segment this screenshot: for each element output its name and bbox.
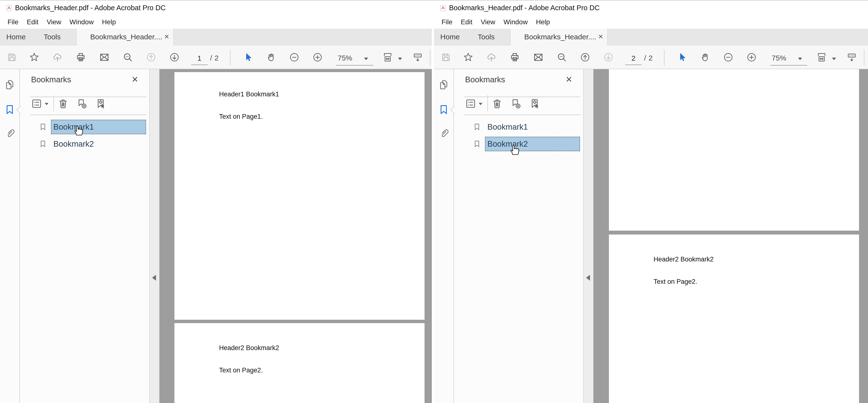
tab-tools[interactable]: Tools <box>44 33 61 41</box>
menu-window[interactable]: Window <box>65 18 98 26</box>
bookmark-row-1[interactable]: Bookmark1 <box>20 120 149 134</box>
document-area[interactable]: Header2 Bookmark2 Text on Page2. <box>593 69 868 403</box>
trash-icon[interactable] <box>58 98 69 109</box>
print-icon[interactable] <box>75 52 86 63</box>
page-thumbnails-icon[interactable] <box>438 79 450 91</box>
zoom-level[interactable]: 75% <box>338 54 352 62</box>
bookmarks-icon[interactable] <box>438 104 450 116</box>
fit-width-caret-icon[interactable] <box>831 57 837 61</box>
tab-document[interactable]: Bookmarks_Header.... ✕ <box>510 29 608 46</box>
new-bookmark-icon[interactable] <box>510 98 522 109</box>
tab-tools[interactable]: Tools <box>478 33 495 41</box>
fit-width-caret-icon[interactable] <box>397 57 403 61</box>
menu-edit[interactable]: Edit <box>23 18 42 26</box>
select-tool-icon[interactable] <box>677 52 688 63</box>
fit-width-icon[interactable] <box>816 52 827 63</box>
acrobat-pdf-file-icon <box>5 3 12 12</box>
pdf-page-1 <box>609 69 859 231</box>
toolbar-display-icon[interactable] <box>846 52 857 63</box>
zoom-out-icon[interactable] <box>723 52 734 63</box>
bookmark-destination-icon[interactable] <box>95 98 106 109</box>
star-icon[interactable] <box>463 52 473 63</box>
menu-edit[interactable]: Edit <box>457 18 476 26</box>
bookmark-label[interactable]: Bookmark2 <box>53 137 94 151</box>
zoom-in-icon[interactable] <box>746 52 757 63</box>
tab-home[interactable]: Home <box>440 33 460 41</box>
star-icon[interactable] <box>29 52 39 63</box>
hand-tool-icon[interactable] <box>266 52 277 63</box>
search-icon[interactable] <box>557 52 567 63</box>
title-bar[interactable]: Bookmarks_Header.pdf - Adobe Acrobat Pro… <box>0 0 432 16</box>
zoom-underline <box>770 65 807 65</box>
bookmark-row-2[interactable]: Bookmark2 <box>20 137 149 151</box>
pdf-page-1: Header1 Bookmark1 Text on Page1. <box>175 72 425 320</box>
zoom-underline <box>336 65 373 65</box>
page-thumbnails-icon[interactable] <box>4 79 16 91</box>
tab-document[interactable]: Bookmarks_Header.... ✕ <box>76 29 174 46</box>
trash-icon[interactable] <box>492 98 503 109</box>
cloud-upload-icon[interactable] <box>486 52 497 63</box>
panel-close-icon[interactable]: ✕ <box>131 75 138 84</box>
tab-home[interactable]: Home <box>6 33 26 41</box>
zoom-caret-icon[interactable] <box>363 57 369 61</box>
tab-bar: Home Tools Bookmarks_Header.... ✕ <box>434 29 868 46</box>
tab-document-label: Bookmarks_Header.... <box>524 33 596 41</box>
menu-view[interactable]: View <box>42 18 65 26</box>
panel-divider <box>464 97 581 97</box>
email-icon[interactable] <box>533 52 544 63</box>
options-icon[interactable] <box>465 98 476 109</box>
attachments-icon[interactable] <box>438 127 450 139</box>
pdf-page-2: Header2 Bookmark2 Text on Page2. <box>609 234 859 403</box>
page-down-icon[interactable] <box>603 52 614 63</box>
menu-help[interactable]: Help <box>98 18 120 26</box>
toolbar-display-icon[interactable] <box>412 52 423 63</box>
bookmark-row-1[interactable]: Bookmark1 <box>454 120 583 134</box>
collapse-panel-arrow-icon[interactable] <box>152 275 156 281</box>
print-icon[interactable] <box>509 52 520 63</box>
options-caret-icon[interactable] <box>478 102 483 106</box>
new-bookmark-icon[interactable] <box>76 98 88 109</box>
panel-collapse-strip[interactable] <box>149 69 160 403</box>
tab-close-icon[interactable]: ✕ <box>164 33 169 40</box>
collapse-panel-arrow-icon[interactable] <box>586 275 590 281</box>
document-area[interactable]: Header1 Bookmark1 Text on Page1. Header2… <box>159 69 432 403</box>
bookmarks-icon[interactable] <box>4 104 16 116</box>
nav-rail <box>0 69 20 403</box>
page-number-input[interactable]: 2 <box>625 52 642 65</box>
page-count: /2 <box>210 54 221 62</box>
search-icon[interactable] <box>123 52 133 63</box>
bookmark-label[interactable]: Bookmark1 <box>487 120 528 134</box>
attachments-icon[interactable] <box>4 127 16 139</box>
zoom-in-icon[interactable] <box>312 52 323 63</box>
panel-close-icon[interactable]: ✕ <box>565 75 572 84</box>
tab-close-icon[interactable]: ✕ <box>598 33 603 40</box>
page-up-icon[interactable] <box>146 52 156 63</box>
menu-file[interactable]: File <box>3 18 23 26</box>
zoom-level[interactable]: 75% <box>772 54 786 62</box>
page-down-icon[interactable] <box>169 52 180 63</box>
options-caret-icon[interactable] <box>44 102 49 106</box>
hand-tool-icon[interactable] <box>700 52 711 63</box>
page-number-input[interactable]: 1 <box>191 52 208 65</box>
menu-window[interactable]: Window <box>499 18 532 26</box>
email-icon[interactable] <box>99 52 110 63</box>
zoom-caret-icon[interactable] <box>797 57 803 61</box>
select-tool-icon[interactable] <box>243 52 254 63</box>
save-icon[interactable] <box>440 52 451 63</box>
menu-help[interactable]: Help <box>532 18 554 26</box>
title-bar[interactable]: Bookmarks_Header.pdf - Adobe Acrobat Pro… <box>434 0 868 16</box>
fit-width-icon[interactable] <box>382 52 393 63</box>
save-icon[interactable] <box>6 52 17 63</box>
zoom-out-icon[interactable] <box>289 52 300 63</box>
panel-collapse-strip[interactable] <box>583 69 594 403</box>
menu-file[interactable]: File <box>437 18 457 26</box>
page-up-icon[interactable] <box>580 52 590 63</box>
bookmark-destination-icon[interactable] <box>529 98 540 109</box>
page-count: /2 <box>644 54 655 62</box>
menu-view[interactable]: View <box>476 18 499 26</box>
main-toolbar: 1 /2 75% <box>0 46 432 69</box>
options-icon[interactable] <box>31 98 42 109</box>
panel-toolbar-separator <box>53 95 54 111</box>
cloud-upload-icon[interactable] <box>52 52 63 63</box>
menu-bar: File Edit View Window Help <box>0 16 432 29</box>
